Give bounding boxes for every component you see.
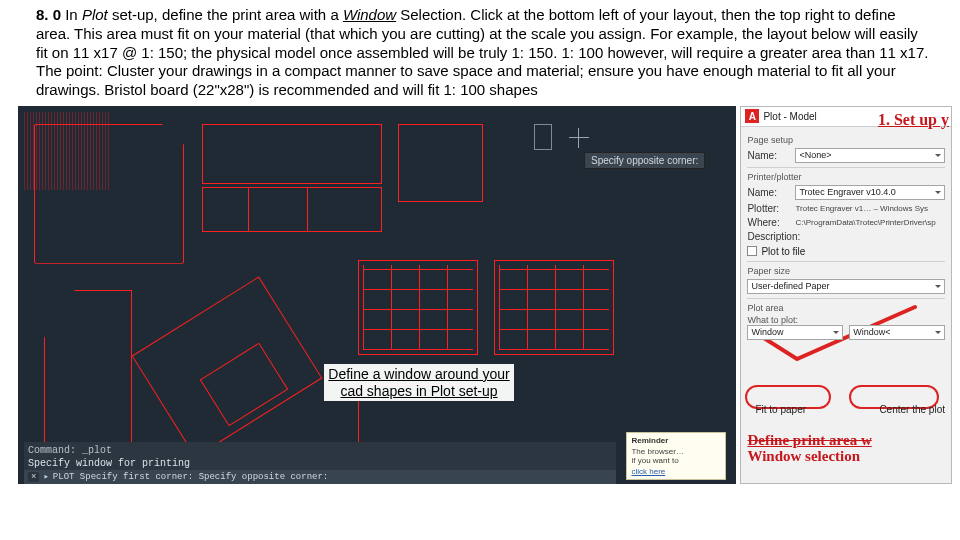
plot-to-file-checkbox[interactable]: Plot to file	[747, 246, 945, 257]
plot-dialog: A Plot - Model 1. Set up y Page setup Na…	[740, 106, 952, 484]
cad-model-space: Specify opposite corner: Define a window…	[24, 112, 730, 442]
reminder-body: if you want to	[631, 456, 721, 465]
cad-command-history: Command: _plot Specify window for printi…	[24, 442, 616, 472]
page-setup-select[interactable]: <None>	[795, 148, 945, 163]
cad-pickbox	[534, 124, 552, 150]
printer-select[interactable]: Trotec Engraver v10.4.0	[795, 185, 945, 200]
prompt-text: PLOT Specify first corner: Specify oppos…	[53, 472, 328, 482]
printer-group-label: Printer/plotter	[747, 172, 945, 182]
cad-screenshot: Specify opposite corner: Define a window…	[18, 106, 736, 484]
what-to-plot-label: What to plot:	[747, 315, 945, 325]
cad-annotation: Define a window around your cad shapes i…	[324, 364, 514, 402]
cad-shape	[358, 260, 478, 355]
cad-shape	[248, 187, 308, 232]
handwritten-annotation: 1. Set up y	[878, 111, 949, 129]
fit-to-paper-checkbox[interactable]: Fit to paper	[751, 404, 806, 415]
cli-line: Command: _plot	[28, 444, 612, 457]
where-value: C:\ProgramData\Trotec\PrinterDriver\sp	[795, 218, 945, 227]
checkbox-icon	[747, 246, 757, 256]
center-plot-checkbox[interactable]: Center the plot	[875, 404, 945, 415]
cad-shape	[398, 124, 483, 202]
plot-word: Plot	[82, 6, 108, 23]
reminder-balloon: Reminder The browser… if you want to cli…	[626, 432, 726, 480]
where-label: Where:	[747, 217, 791, 228]
crosshair-icon	[569, 128, 589, 148]
paper-size-select[interactable]: User-defined Paper	[747, 279, 945, 294]
instruction-text: 8. 0 In Plot set-up, define the print ar…	[0, 0, 960, 104]
window-word: Window	[343, 6, 396, 23]
reminder-body: The browser…	[631, 447, 721, 456]
close-icon[interactable]: ×	[28, 472, 39, 482]
paper-size-label: Paper size	[747, 266, 945, 276]
cad-shape-hatched	[24, 112, 109, 190]
printer-name-label: Name:	[747, 187, 791, 198]
dialog-title: Plot - Model	[763, 111, 816, 122]
plotter-value: Trotec Engraver v1… – Windows Sys	[795, 204, 945, 213]
window-button[interactable]: Window<	[849, 325, 945, 340]
cad-shape	[44, 290, 132, 450]
plotter-label: Plotter:	[747, 203, 791, 214]
autocad-icon: A	[745, 109, 759, 123]
handwritten-annotation: Define print area w Window selection	[747, 432, 871, 465]
reminder-title: Reminder	[631, 436, 721, 445]
cad-shape	[494, 260, 614, 355]
cad-command-prompt[interactable]: × ▸ PLOT Specify first corner: Specify o…	[24, 470, 616, 484]
description-label: Description:	[747, 231, 791, 242]
plot-area-label: Plot area	[747, 303, 945, 313]
cli-line: Specify window for printing	[28, 457, 612, 470]
cad-tooltip: Specify opposite corner:	[584, 152, 705, 169]
what-to-plot-select[interactable]: Window	[747, 325, 843, 340]
reminder-link[interactable]: click here	[631, 467, 721, 476]
step-number: 8. 0	[36, 6, 61, 23]
name-label: Name:	[747, 150, 791, 161]
page-setup-group-label: Page setup	[747, 135, 945, 145]
cad-shape	[202, 124, 382, 184]
